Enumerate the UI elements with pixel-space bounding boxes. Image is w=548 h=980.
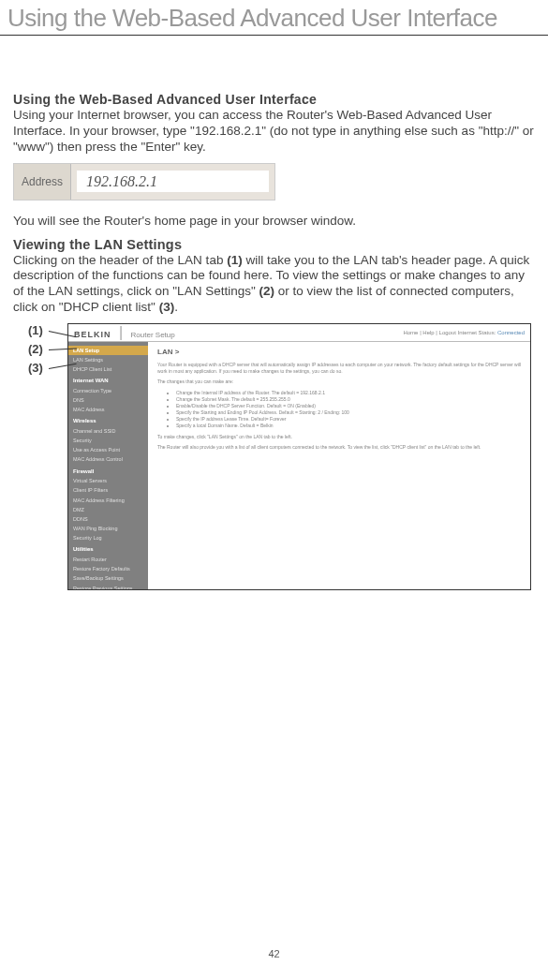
section1-heading: Using the Web-Based Advanced User Interf… xyxy=(13,92,535,107)
router-logo: BELKIN xyxy=(74,330,111,339)
text: Clicking on the header of the LAN tab xyxy=(13,253,227,267)
nav-security-w[interactable]: Security xyxy=(68,437,148,446)
router-logo-area: BELKIN | Router Setup xyxy=(74,324,175,341)
address-bar-label: Address xyxy=(14,164,71,200)
nav-uap[interactable]: Use as Access Point xyxy=(68,446,148,455)
router-changes-label: The changes that you can make are: xyxy=(157,379,521,385)
address-bar-screenshot: Address 192.168.2.1 xyxy=(13,163,275,200)
router-logo-sub: Router Setup xyxy=(131,331,175,339)
section2-heading: Viewing the LAN Settings xyxy=(13,237,535,252)
nav-rr[interactable]: Restart Router xyxy=(68,556,148,565)
bullet: Enable/Disable the DHCP Server Function.… xyxy=(176,403,521,409)
router-para3: The Router will also provide you with a … xyxy=(157,444,521,451)
callout-1: (1) xyxy=(28,323,43,337)
nav-channel[interactable]: Channel and SSID xyxy=(68,426,148,436)
page-title: Using the Web-Based Advanced User Interf… xyxy=(0,0,548,36)
nav-internet-wan[interactable]: Internet WAN xyxy=(68,376,148,386)
router-header-right: Home | Help | Logout Internet Status: Co… xyxy=(403,330,525,335)
nav-conn-type[interactable]: Connection Type xyxy=(68,386,148,395)
nav-firewall[interactable]: Firewall xyxy=(68,467,148,477)
header-links: Home | Help | Logout Internet Status: xyxy=(403,330,497,335)
callout-3: (3) xyxy=(28,361,43,375)
nav-mac[interactable]: MAC Address xyxy=(68,406,148,415)
router-main: LAN > Your Router is equipped with a DHC… xyxy=(148,342,530,590)
router-sidebar: LAN Setup LAN Settings DHCP Client List … xyxy=(68,342,148,590)
bullet: Specify the Starting and Ending IP Pool … xyxy=(176,409,521,416)
nav-cip[interactable]: Client IP Filters xyxy=(68,486,148,496)
nav-lan-setup[interactable]: LAN Setup xyxy=(68,346,148,355)
text: . xyxy=(174,300,178,314)
nav-dhcp-client[interactable]: DHCP Client List xyxy=(68,364,148,374)
bullet: Specify a local Domain Name. Default = B… xyxy=(176,423,521,429)
screenshot-wrap: (1) (2) (3) BELKIN | Router Setup Home |… xyxy=(13,323,535,590)
bullet: Change the Internal IP address of the Ro… xyxy=(176,390,521,396)
nav-lan-settings[interactable]: LAN Settings xyxy=(68,355,148,364)
router-header: BELKIN | Router Setup Home | Help | Logo… xyxy=(68,324,530,342)
router-intro: Your Router is equipped with a DHCP serv… xyxy=(157,362,521,374)
nav-vs[interactable]: Virtual Servers xyxy=(68,477,148,486)
nav-rps[interactable]: Restore Previous Settings xyxy=(68,584,148,590)
router-breadcrumb: LAN > xyxy=(157,348,521,356)
router-bullets: Change the Internal IP address of the Ro… xyxy=(176,390,521,429)
router-para2: To make changes, click "LAN Settings" on… xyxy=(157,434,521,440)
section1-body2: You will see the Router's home page in y… xyxy=(13,214,535,230)
bold-ref-1: (1) xyxy=(227,253,243,267)
nav-dmz[interactable]: DMZ xyxy=(68,505,148,514)
bold-ref-3: (3) xyxy=(159,300,175,314)
nav-mac-ctrl[interactable]: MAC Address Control xyxy=(68,455,148,465)
router-screenshot: BELKIN | Router Setup Home | Help | Logo… xyxy=(67,323,531,590)
nav-seclog[interactable]: Security Log xyxy=(68,534,148,543)
nav-wanping[interactable]: WAN Ping Blocking xyxy=(68,525,148,534)
section2-body: Clicking on the header of the LAN tab (1… xyxy=(13,253,535,317)
bullet: Specify the IP address Lease Time. Defau… xyxy=(176,416,521,423)
nav-macf[interactable]: MAC Address Filtering xyxy=(68,496,148,505)
nav-utilities[interactable]: Utilities xyxy=(68,545,148,556)
router-body: LAN Setup LAN Settings DHCP Client List … xyxy=(68,342,530,590)
logo-separator: | xyxy=(119,324,123,340)
callout-2: (2) xyxy=(28,342,43,356)
section1-body: Using your Internet browser, you can acc… xyxy=(13,108,535,156)
nav-rfd[interactable]: Restore Factory Defaults xyxy=(68,565,148,574)
nav-dns[interactable]: DNS xyxy=(68,395,148,405)
bold-ref-2: (2) xyxy=(259,284,274,298)
page-number: 42 xyxy=(0,948,548,959)
internet-status-value: Connected xyxy=(497,330,525,335)
content: Using the Web-Based Advanced User Interf… xyxy=(0,36,548,590)
nav-ddns[interactable]: DDNS xyxy=(68,514,148,524)
bullet: Change the Subnet Mask. The default = 25… xyxy=(176,396,521,403)
address-bar-value: 192.168.2.1 xyxy=(77,171,269,192)
nav-sbs[interactable]: Save/Backup Settings xyxy=(68,574,148,584)
nav-wireless[interactable]: Wireless xyxy=(68,417,148,427)
